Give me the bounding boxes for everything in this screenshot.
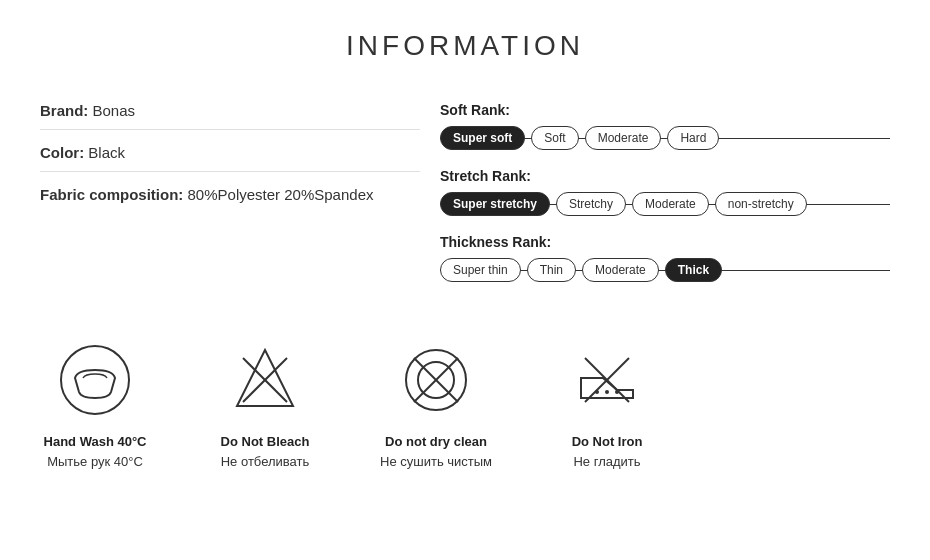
care-section: Hand Wash 40°C Мытье рук 40°С Do Not Ble…	[0, 320, 930, 491]
soft-rank-section: Soft Rank: Super soft Soft Moderate Hard	[440, 102, 890, 150]
thickness-rank-title: Thickness Rank:	[440, 234, 890, 250]
thickness-option-0[interactable]: Super thin	[440, 258, 521, 282]
fabric-value: 80%Polyester 20%Spandex	[188, 186, 374, 203]
fabric-label: Fabric composition:	[40, 186, 183, 203]
thickness-rank-bar: Super thin Thin Moderate Thick	[440, 258, 890, 282]
thickness-option-3[interactable]: Thick	[665, 258, 722, 282]
stretch-rank-title: Stretch Rank:	[440, 168, 890, 184]
right-panel: Soft Rank: Super soft Soft Moderate Hard…	[440, 92, 890, 300]
stretch-option-2[interactable]: Moderate	[632, 192, 709, 216]
care-no-bleach: Do Not Bleach Не отбеливать	[210, 340, 320, 471]
no-iron-label-ru: Не гладить	[572, 452, 643, 472]
no-dry-clean-label-ru: Не сушить чистым	[380, 452, 492, 472]
soft-rank-bar: Super soft Soft Moderate Hard	[440, 126, 890, 150]
color-label: Color:	[40, 144, 84, 161]
no-iron-icon	[567, 340, 647, 420]
stretch-option-1[interactable]: Stretchy	[556, 192, 626, 216]
soft-rank-options: Super soft Soft Moderate Hard	[440, 126, 890, 150]
soft-option-2[interactable]: Moderate	[585, 126, 662, 150]
stretch-rank-bar: Super stretchy Stretchy Moderate non-str…	[440, 192, 890, 216]
main-content: Brand: Bonas Color: Black Fabric composi…	[0, 82, 930, 320]
no-dry-clean-label: Do not dry clean Не сушить чистым	[380, 432, 492, 471]
brand-row: Brand: Bonas	[40, 102, 420, 130]
no-bleach-label-en: Do Not Bleach	[221, 432, 310, 452]
thickness-option-2[interactable]: Moderate	[582, 258, 659, 282]
brand-label: Brand:	[40, 102, 88, 119]
soft-option-0[interactable]: Super soft	[440, 126, 525, 150]
no-bleach-label: Do Not Bleach Не отбеливать	[221, 432, 310, 471]
svg-point-0	[61, 346, 129, 414]
color-value: Black	[88, 144, 125, 161]
stretch-option-0[interactable]: Super stretchy	[440, 192, 550, 216]
thickness-rank-options: Super thin Thin Moderate Thick	[440, 258, 890, 282]
hand-wash-icon	[55, 340, 135, 420]
thickness-option-1[interactable]: Thin	[527, 258, 576, 282]
thickness-rank-section: Thickness Rank: Super thin Thin Moderate…	[440, 234, 890, 282]
care-no-dry-clean: Do not dry clean Не сушить чистым	[380, 340, 492, 471]
stretch-rank-section: Stretch Rank: Super stretchy Stretchy Mo…	[440, 168, 890, 216]
no-bleach-label-ru: Не отбеливать	[221, 452, 310, 472]
stretch-option-3[interactable]: non-stretchy	[715, 192, 807, 216]
no-iron-label: Do Not Iron Не гладить	[572, 432, 643, 471]
hand-wash-label: Hand Wash 40°C Мытье рук 40°С	[44, 432, 147, 471]
stretch-rank-options: Super stretchy Stretchy Moderate non-str…	[440, 192, 890, 216]
soft-option-3[interactable]: Hard	[667, 126, 719, 150]
soft-rank-title: Soft Rank:	[440, 102, 890, 118]
brand-value-text: Bonas	[93, 102, 136, 119]
no-bleach-icon	[225, 340, 305, 420]
color-row: Color: Black	[40, 144, 420, 172]
page-title: INFORMATION	[0, 0, 930, 82]
soft-option-1[interactable]: Soft	[531, 126, 578, 150]
care-hand-wash: Hand Wash 40°C Мытье рук 40°С	[40, 340, 150, 471]
svg-point-8	[605, 390, 609, 394]
no-dry-clean-label-en: Do not dry clean	[380, 432, 492, 452]
no-iron-label-en: Do Not Iron	[572, 432, 643, 452]
care-no-iron: Do Not Iron Не гладить	[552, 340, 662, 471]
hand-wash-label-ru: Мытье рук 40°С	[44, 452, 147, 472]
hand-wash-label-en: Hand Wash 40°C	[44, 432, 147, 452]
left-panel: Brand: Bonas Color: Black Fabric composi…	[40, 92, 420, 300]
fabric-row: Fabric composition: 80%Polyester 20%Span…	[40, 186, 420, 213]
no-dry-clean-icon	[396, 340, 476, 420]
